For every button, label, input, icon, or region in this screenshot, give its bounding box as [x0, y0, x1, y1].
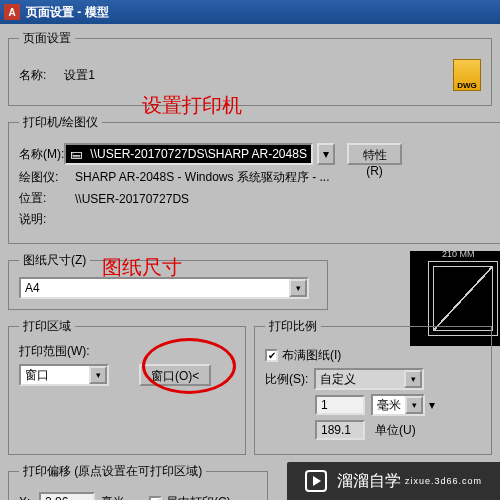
- plotter-value: SHARP AR-2048S - Windows 系统驱动程序 - ...: [75, 169, 330, 186]
- fit-to-paper-checkbox[interactable]: ✔: [265, 349, 278, 362]
- page-name-value: 设置1: [64, 67, 95, 84]
- watermark-url: zixue.3d66.com: [405, 476, 482, 486]
- plot-area-group: 打印区域 打印范围(W): 窗口 ▾ 窗口(O)<: [8, 318, 246, 455]
- chevron-down-icon: ▾: [404, 370, 422, 388]
- description-label: 说明:: [19, 211, 75, 228]
- paper-preview-width: 210 MM: [410, 249, 500, 259]
- chevron-down-icon[interactable]: ▾: [89, 366, 107, 384]
- offset-x-label: X:: [19, 495, 39, 500]
- plot-offset-legend: 打印偏移 (原点设置在可打印区域): [19, 463, 206, 480]
- printer-name-label: 名称(M):: [19, 146, 64, 163]
- watermark-brand: 溜溜自学: [337, 471, 401, 492]
- location-value: \\USER-20170727DS: [75, 192, 189, 206]
- printer-name-value: \\USER-20170727DS\SHARP AR-2048S: [86, 147, 311, 161]
- offset-x-input[interactable]: 2.06: [39, 492, 95, 500]
- offset-x-unit: 毫米: [101, 494, 125, 501]
- center-plot-label: 居中打印(C): [166, 494, 231, 501]
- plotter-label: 绘图仪:: [19, 169, 75, 186]
- location-label: 位置:: [19, 190, 75, 207]
- chevron-down-icon[interactable]: ▾: [289, 279, 307, 297]
- scale-ratio-dropdown: 自定义 ▾: [314, 368, 424, 390]
- scale-denom-input: 189.1: [315, 420, 365, 440]
- page-name-label: 名称:: [19, 67, 46, 84]
- paper-size-legend: 图纸尺寸(Z): [19, 252, 90, 269]
- plot-range-label: 打印范围(W):: [19, 343, 235, 360]
- printer-legend: 打印机/绘图仪: [19, 114, 102, 131]
- fit-to-paper-label: 布满图纸(I): [282, 347, 341, 364]
- plot-range-value: 窗口: [21, 367, 89, 384]
- printer-group: 打印机/绘图仪 名称(M): 🖴 \\USER-20170727DS\SHARP…: [8, 114, 500, 244]
- plot-scale-group: 打印比例 ✔ 布满图纸(I) 比例(S): 自定义 ▾ 1 毫米 ▾ ▾: [254, 318, 492, 455]
- plot-area-legend: 打印区域: [19, 318, 75, 335]
- paper-size-value: A4: [21, 281, 289, 295]
- scale-ratio-value: 自定义: [316, 371, 404, 388]
- chevron-down-icon[interactable]: ▾: [405, 396, 423, 414]
- watermark: 溜溜自学 zixue.3d66.com: [287, 462, 500, 500]
- scale-ratio-label: 比例(S):: [265, 371, 308, 388]
- page-setup-group: 页面设置 名称: 设置1 DWG: [8, 30, 492, 106]
- window-pick-button[interactable]: 窗口(O)<: [139, 364, 211, 386]
- properties-button[interactable]: 特性(R): [347, 143, 402, 165]
- paper-size-dropdown[interactable]: A4 ▾: [19, 277, 309, 299]
- play-icon: [305, 470, 327, 492]
- app-icon: A: [4, 4, 20, 20]
- scale-unit-dropdown[interactable]: 毫米 ▾: [371, 394, 425, 416]
- paper-size-group: 图纸尺寸(Z) A4 ▾: [8, 252, 328, 310]
- center-plot-checkbox[interactable]: ✔: [149, 496, 162, 501]
- plot-offset-group: 打印偏移 (原点设置在可打印区域) X: 2.06 毫米 ✔ 居中打印(C) Y…: [8, 463, 268, 500]
- plot-range-dropdown[interactable]: 窗口 ▾: [19, 364, 109, 386]
- scale-num-input[interactable]: 1: [315, 395, 365, 415]
- window-title: 页面设置 - 模型: [26, 4, 109, 21]
- printer-dropdown-button[interactable]: ▾: [317, 143, 335, 165]
- printer-name-dropdown[interactable]: 🖴 \\USER-20170727DS\SHARP AR-2048S: [64, 143, 313, 165]
- scale-unit-value: 毫米: [373, 397, 405, 414]
- scale-unit2-label: 单位(U): [375, 422, 416, 439]
- plot-scale-legend: 打印比例: [265, 318, 321, 335]
- title-bar: A 页面设置 - 模型: [0, 0, 500, 24]
- page-setup-legend: 页面设置: [19, 30, 75, 47]
- dwg-icon: DWG: [453, 59, 481, 91]
